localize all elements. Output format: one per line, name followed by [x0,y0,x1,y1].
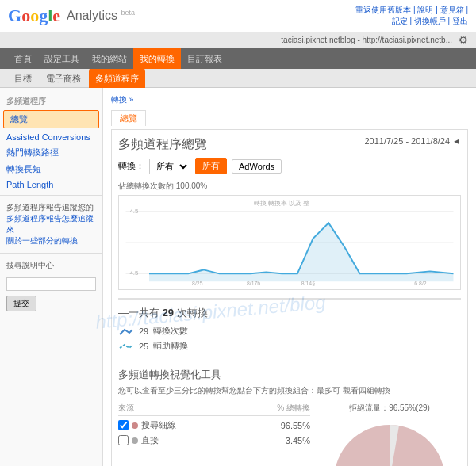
sidebar-item-assisted[interactable]: Assisted Conversions [0,130,102,144]
header-top-links[interactable]: 重返使用舊版本 | 說明 | 意見箱 | [355,5,468,16]
total-count: 29 [163,307,174,319]
viz-desc: 您可以查看至少三分比的轉換幫您點台下方的頻換組合：最多可 觀看四組轉換 [118,385,461,396]
stat-conversion-label: 轉換次數 [153,325,188,337]
svg-text:轉換  轉換率  以及  整: 轉換 轉換率 以及 整 [254,200,310,207]
viz-chart-area: 拒絕流量：96.55%(29) [318,403,461,466]
viz-title: 多頻道轉換視覺化工具 [118,368,461,382]
main-layout: 多頻道程序 總覽 Assisted Conversions 熱門轉換路徑 轉換長… [0,88,476,466]
pie-chart [326,417,453,466]
sidebar-link2[interactable]: 關於一些部分的轉換 [6,236,78,245]
logo-area: Google Analytics beta [8,6,135,26]
blog-url-bar: taciasi.pixnet.netblog - http://taciasi.… [0,32,476,48]
svg-text:4.5: 4.5 [129,208,139,215]
date-range[interactable]: 2011/7/25 - 2011/8/24 ◄ [364,136,461,146]
svg-text:8/14§: 8/14§ [301,281,315,286]
header-login-links[interactable]: 記定 | 切換帳戶 | 登出 [355,16,468,27]
sidebar-section-title: 多頻道程序 [0,93,102,109]
tab-overview[interactable]: 總覽 [111,110,146,126]
analytics-label: Analytics beta [67,9,135,23]
header: Google Analytics beta 重返使用舊版本 | 說明 | 意見箱… [0,0,476,32]
content-tabs: 總覽 [111,110,468,126]
viz-tool: 多頻道轉換視覺化工具 您可以查看至少三分比的轉換幫您點台下方的頻換組合：最多可 … [118,368,461,466]
stat-row-assisted: 25 輔助轉換 [118,340,461,352]
stat-conversion-count: 29 [139,327,148,336]
viz-row-1: 直接 3.45% [118,434,310,446]
sidebar-item-overview[interactable]: 總覽 [3,110,99,128]
viz-name-0: 搜尋細線 [141,419,254,431]
sidebar-item-path-length[interactable]: Path Length [0,178,102,192]
top-nav-item-home[interactable]: 首頁 [8,48,38,69]
top-nav-item-custom[interactable]: 目訂報表 [181,48,228,69]
sidebar-divider [0,195,102,196]
top-nav: 首頁 設定工具 我的網站 我的轉換 目訂報表 [0,48,476,69]
svg-text:8/25: 8/25 [192,281,203,286]
pie-label: 拒絕流量：96.55%(29) [318,403,461,414]
stats-summary: ―一共有 29 次轉換 29 轉換次數 25 輔助轉 [118,298,461,361]
sidebar-search-label: 搜尋說明中心 [0,257,102,274]
svg-text:8/17b: 8/17b [247,281,260,286]
viz-table: 來源 % 總轉換 搜尋細線 96.55% [118,403,310,466]
sidebar-link1[interactable]: 多頻道程序報告怎麼追蹤來 [6,214,94,234]
page-title-row: 多頻道程序總覽 2011/7/25 - 2011/8/24 ◄ [118,136,461,153]
sec-nav-ecommerce[interactable]: 電子商務 [40,69,87,88]
header-right: 重返使用舊版本 | 說明 | 意見箱 | 記定 | 切換帳戶 | 登出 [355,5,468,27]
settings-btn[interactable]: ⚙ [459,34,468,46]
viz-col-name-header: 來源 [118,403,246,414]
viz-dot-0 [132,422,138,429]
chart-area: 4.5 4.5 8/25 8/17b 8/14§ 6.8/2 轉換 轉換率 以及… [118,195,461,290]
sec-nav: 目標 電子商務 多頻道程序 [0,69,476,88]
stat-assisted-label: 輔助轉換 [153,340,188,352]
top-nav-item-mysite[interactable]: 我的網站 [86,48,133,69]
sidebar-search-area [0,274,102,294]
viz-pct-0: 96.55% [254,421,310,430]
svg-text:6.8/2: 6.8/2 [414,281,426,286]
filter-bar: 轉換： 所有 所有 AdWords [118,158,461,174]
content-area: 轉換 » 總覽 多頻道程序總覽 2011/7/25 - 2011/8/24 ◄ … [103,88,476,466]
page-title: 多頻道程序總覽 [118,136,207,153]
top-nav-item-tools[interactable]: 設定工具 [38,48,86,69]
stat-icon-conversions [118,327,134,336]
blog-url-text: taciasi.pixnet.netblog - http://taciasi.… [281,36,452,44]
stat-assisted-count: 25 [139,342,148,351]
stats-total: ―一共有 29 次轉換 [118,306,461,320]
sidebar-item-conversion-length[interactable]: 轉換長短 [0,161,102,178]
viz-checkbox-0[interactable] [118,420,129,430]
chart-info: 佔總轉換次數的 100.00% [118,181,461,192]
stat-icon-assisted [118,342,134,351]
viz-layout: 來源 % 總轉換 搜尋細線 96.55% [118,403,461,466]
sec-nav-multichannel[interactable]: 多頻道程序 [89,69,145,88]
sidebar: 多頻道程序 總覽 Assisted Conversions 熱門轉換路徑 轉換長… [0,88,103,466]
breadcrumb: 轉換 » [111,94,468,105]
sidebar-item-top-paths[interactable]: 熱門轉換路徑 [0,144,102,161]
content-panel: 多頻道程序總覽 2011/7/25 - 2011/8/24 ◄ 轉換： 所有 所… [111,129,468,466]
sidebar-description: 多頻道程序報告追蹤您的 多頻道程序報告怎麼追蹤來 關於一些部分的轉換 [0,199,102,250]
viz-dot-1 [132,437,138,444]
viz-row-0: 搜尋細線 96.55% [118,419,310,431]
sec-nav-goals[interactable]: 目標 [8,69,38,88]
stat-row-conversions: 29 轉換次數 [118,325,461,337]
top-nav-item-conversions[interactable]: 我的轉換 [133,48,181,69]
chart-svg: 4.5 4.5 8/25 8/17b 8/14§ 6.8/2 轉換 轉換率 以及… [119,196,460,289]
filter-label: 轉換： [118,160,144,172]
sidebar-submit-btn[interactable]: 提交 [6,296,36,311]
filter-dropdown[interactable]: 所有 [149,159,190,174]
beta-badge: beta [121,9,135,17]
google-logo: Google [8,6,60,26]
breadcrumb-link[interactable]: 轉換 » [111,95,133,104]
viz-name-1: 直接 [141,434,254,446]
viz-col-pct-header: % 總轉換 [246,403,310,414]
sidebar-search-input[interactable] [6,277,96,291]
viz-pct-1: 3.45% [254,436,310,445]
viz-table-header: 來源 % 總轉換 [118,403,310,416]
filter-btn-all[interactable]: 所有 [195,158,227,174]
viz-checkbox-1[interactable] [118,435,129,445]
sidebar-divider2 [0,253,102,254]
svg-text:4.5: 4.5 [129,269,139,277]
filter-btn-adwords[interactable]: AdWords [232,159,282,174]
